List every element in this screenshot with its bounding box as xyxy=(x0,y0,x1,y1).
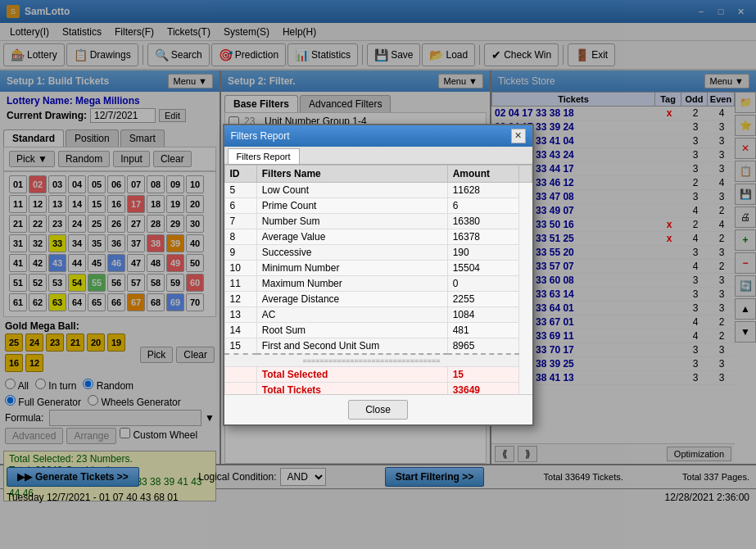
table-row: 7 Number Sum 16380 xyxy=(224,213,532,229)
row-name: First and Second Unit Sum xyxy=(256,338,447,354)
row-amount: 6 xyxy=(447,197,518,213)
row-amount: 2255 xyxy=(447,291,518,306)
table-row: 8 Average Value 16378 xyxy=(224,229,532,244)
table-row: 5 Low Count 11628 xyxy=(224,182,532,197)
table-row: 12 Average Distance 2255 xyxy=(224,291,532,306)
row-id: 6 xyxy=(224,197,256,213)
row-name: Low Count xyxy=(256,182,447,197)
row-id: 5 xyxy=(224,182,256,197)
table-row: 10 Minimum Number 15504 xyxy=(224,260,532,275)
table-row: Total Selected 15 xyxy=(224,366,532,382)
row-name: Average Value xyxy=(256,229,447,244)
row-amount: 11628 xyxy=(447,182,518,197)
table-row: 13 AC 1084 xyxy=(224,306,532,322)
modal-table: ID Filters Name Amount 5 Low Count 11628… xyxy=(224,165,532,394)
row-name: Total Tickets xyxy=(256,382,447,394)
row-id: 7 xyxy=(224,213,256,229)
row-name: Minimum Number xyxy=(256,260,447,275)
modal-close-x[interactable]: ✕ xyxy=(511,129,526,143)
modal-tab-filters-report[interactable]: Filters Report xyxy=(228,148,300,164)
row-amount: 16380 xyxy=(447,213,518,229)
table-row-divider: ================================ xyxy=(224,354,532,367)
row-name: AC xyxy=(256,306,447,322)
row-name: Prime Count xyxy=(256,197,447,213)
table-row: 15 First and Second Unit Sum 8965 xyxy=(224,338,532,354)
modal-footer: Close xyxy=(224,394,532,424)
table-row: Total Tickets 33649 xyxy=(224,382,532,394)
row-amount: 481 xyxy=(447,322,518,338)
row-name: Successive xyxy=(256,244,447,260)
col-filter-name: Filters Name xyxy=(256,165,447,182)
row-amount: 16378 xyxy=(447,229,518,244)
modal-tab-bar: Filters Report xyxy=(224,147,532,165)
col-id: ID xyxy=(224,165,256,182)
modal-overlay: Filters Report ✕ Filters Report ID Filte… xyxy=(0,0,756,549)
row-id xyxy=(224,382,256,394)
modal-table-container: ID Filters Name Amount 5 Low Count 11628… xyxy=(224,165,532,394)
col-scroll xyxy=(518,165,532,182)
row-id xyxy=(224,366,256,382)
row-id: 12 xyxy=(224,291,256,306)
row-id: 8 xyxy=(224,229,256,244)
table-row: 11 Maximum Number 0 xyxy=(224,275,532,291)
row-amount: 190 xyxy=(447,244,518,260)
row-amount: 33649 xyxy=(447,382,518,394)
row-name: Number Sum xyxy=(256,213,447,229)
row-amount: 0 xyxy=(447,275,518,291)
filters-report-modal: Filters Report ✕ Filters Report ID Filte… xyxy=(223,124,534,426)
row-name: Maximum Number xyxy=(256,275,447,291)
row-name: Average Distance xyxy=(256,291,447,306)
row-name: Root Sum xyxy=(256,322,447,338)
modal-title-bar: Filters Report ✕ xyxy=(224,125,532,147)
modal-title: Filters Report xyxy=(231,130,290,142)
row-id: 11 xyxy=(224,275,256,291)
modal-close-button[interactable]: Close xyxy=(348,400,408,420)
col-amount: Amount xyxy=(447,165,518,182)
row-id: 9 xyxy=(224,244,256,260)
table-row: 9 Successive 190 xyxy=(224,244,532,260)
row-id: 15 xyxy=(224,338,256,354)
table-row: 14 Root Sum 481 xyxy=(224,322,532,338)
table-row: 6 Prime Count 6 xyxy=(224,197,532,213)
row-id: 14 xyxy=(224,322,256,338)
row-amount: 15504 xyxy=(447,260,518,275)
row-amount: 15 xyxy=(447,366,518,382)
row-amount: 1084 xyxy=(447,306,518,322)
row-amount: 8965 xyxy=(447,338,518,354)
row-id: 13 xyxy=(224,306,256,322)
row-id: 10 xyxy=(224,260,256,275)
row-name: Total Selected xyxy=(256,366,447,382)
